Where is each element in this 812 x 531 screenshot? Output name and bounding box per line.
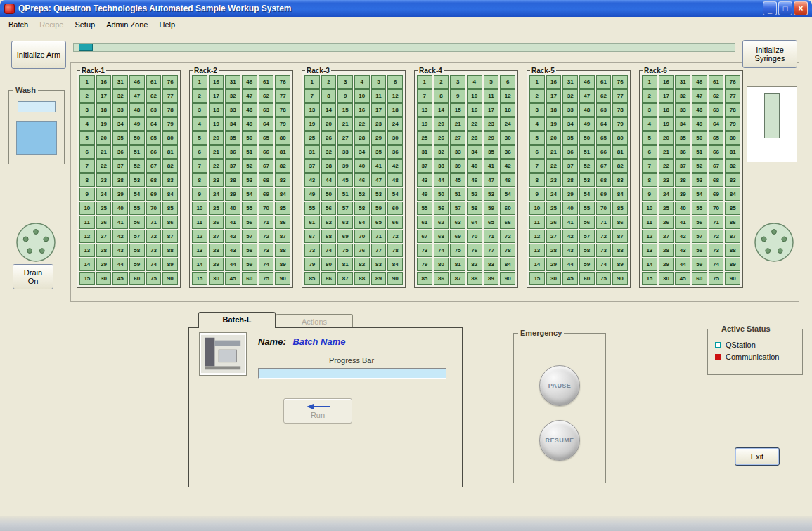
rack-cell[interactable]: 33 — [112, 103, 128, 117]
rack-cell[interactable]: 54 — [129, 188, 145, 201]
rack-cell[interactable]: 30 — [546, 272, 562, 285]
rack-cell[interactable]: 70 — [146, 202, 162, 215]
rack-cell[interactable]: 6 — [500, 75, 515, 88]
rack-cell[interactable]: 32 — [321, 145, 337, 159]
rack-cell[interactable]: 86 — [725, 216, 740, 229]
rack-cell[interactable]: 60 — [579, 272, 595, 285]
rack-cell[interactable]: 27 — [96, 230, 112, 243]
rack-cell[interactable]: 14 — [642, 258, 657, 271]
rack-cell[interactable]: 32 — [562, 89, 578, 103]
rack-cell[interactable]: 12 — [387, 89, 403, 103]
rack-cell[interactable]: 45 — [675, 272, 690, 285]
rack-cell[interactable]: 31 — [225, 75, 240, 88]
rack-cell[interactable]: 80 — [725, 131, 740, 145]
rack-cell[interactable]: 22 — [467, 117, 482, 131]
rack-cell[interactable]: 9 — [529, 188, 545, 201]
rack-cell[interactable]: 29 — [546, 258, 562, 271]
rack-cell[interactable]: 84 — [612, 188, 628, 201]
rack-cell[interactable]: 21 — [209, 145, 224, 159]
rack-cell[interactable]: 64 — [354, 216, 370, 229]
rack-cell[interactable]: 60 — [242, 272, 257, 285]
rack-cell[interactable]: 28 — [659, 244, 674, 257]
rack-cell[interactable]: 69 — [259, 188, 274, 201]
rack-cell[interactable]: 42 — [387, 159, 403, 173]
rack-cell[interactable]: 38 — [112, 173, 128, 187]
rack-cell[interactable]: 76 — [275, 75, 290, 88]
rack-cell[interactable]: 23 — [371, 117, 387, 131]
rack-cell[interactable]: 61 — [417, 216, 432, 229]
rack-cell[interactable]: 38 — [675, 173, 690, 187]
rack-cell[interactable]: 66 — [500, 216, 515, 229]
rack-cell[interactable]: 64 — [146, 117, 162, 131]
rack-cell[interactable]: 74 — [709, 258, 724, 271]
rack-cell[interactable]: 51 — [579, 145, 595, 159]
rack-cell[interactable]: 45 — [450, 173, 465, 187]
rack-cell[interactable]: 37 — [417, 159, 432, 173]
rack-cell[interactable]: 76 — [467, 244, 482, 257]
rack-cell[interactable]: 88 — [612, 244, 628, 257]
rack-cell[interactable]: 85 — [612, 202, 628, 215]
rack-cell[interactable]: 66 — [146, 145, 162, 159]
rack-cell[interactable]: 65 — [259, 131, 274, 145]
rack-cell[interactable]: 34 — [675, 117, 690, 131]
rack-cell[interactable]: 69 — [450, 230, 465, 243]
rack-cell[interactable]: 90 — [162, 272, 178, 285]
rack-cell[interactable]: 58 — [467, 202, 482, 215]
rack-cell[interactable]: 86 — [275, 216, 290, 229]
menu-batch[interactable]: Batch — [3, 18, 34, 31]
rack-cell[interactable]: 82 — [467, 258, 482, 271]
rack-cell[interactable]: 14 — [434, 103, 449, 117]
rack-cell[interactable]: 32 — [675, 89, 690, 103]
rack-cell[interactable]: 43 — [417, 173, 432, 187]
rack-cell[interactable]: 8 — [79, 173, 95, 187]
rack-cell[interactable]: 75 — [450, 244, 465, 257]
rack-cell[interactable]: 6 — [192, 145, 207, 159]
rack-cell[interactable]: 67 — [596, 159, 612, 173]
rack-cell[interactable]: 5 — [192, 131, 207, 145]
rack-cell[interactable]: 41 — [562, 216, 578, 229]
rack-cell[interactable]: 71 — [146, 216, 162, 229]
rack-cell[interactable]: 47 — [371, 173, 387, 187]
rack-cell[interactable]: 46 — [467, 173, 482, 187]
rack-cell[interactable]: 61 — [596, 75, 612, 88]
rack-cell[interactable]: 67 — [304, 230, 320, 243]
rack-cell[interactable]: 72 — [259, 230, 274, 243]
rack-cell[interactable]: 12 — [79, 230, 95, 243]
rack-cell[interactable]: 70 — [259, 202, 274, 215]
rack-cell[interactable]: 41 — [371, 159, 387, 173]
rack-cell[interactable]: 86 — [321, 272, 337, 285]
rack-cell[interactable]: 2 — [192, 89, 207, 103]
rack-cell[interactable]: 6 — [387, 75, 403, 88]
rack-cell[interactable]: 78 — [612, 103, 628, 117]
rack-cell[interactable]: 11 — [192, 216, 207, 229]
rack-cell[interactable]: 68 — [259, 173, 274, 187]
rack-cell[interactable]: 85 — [304, 272, 320, 285]
rack-cell[interactable]: 19 — [546, 117, 562, 131]
rack-cell[interactable]: 79 — [612, 117, 628, 131]
rack-cell[interactable]: 61 — [259, 75, 274, 88]
rack-cell[interactable]: 49 — [692, 117, 707, 131]
rack-cell[interactable]: 17 — [209, 89, 224, 103]
rack-cell[interactable]: 46 — [129, 75, 145, 88]
rack-cell[interactable]: 71 — [371, 230, 387, 243]
rack-cell[interactable]: 84 — [162, 188, 178, 201]
rack-cell[interactable]: 90 — [725, 272, 740, 285]
rack-cell[interactable]: 53 — [692, 173, 707, 187]
rack-cell[interactable]: 24 — [209, 188, 224, 201]
rack-cell[interactable]: 11 — [642, 216, 657, 229]
rack-cell[interactable]: 28 — [467, 131, 482, 145]
rack-cell[interactable]: 10 — [467, 89, 482, 103]
rack-cell[interactable]: 82 — [275, 159, 290, 173]
rack-cell[interactable]: 16 — [209, 75, 224, 88]
rack-cell[interactable]: 56 — [321, 202, 337, 215]
rack-cell[interactable]: 51 — [129, 145, 145, 159]
rack-cell[interactable]: 9 — [337, 89, 353, 103]
rack-cell[interactable]: 45 — [225, 272, 240, 285]
rack-cell[interactable]: 42 — [500, 159, 515, 173]
rack-cell[interactable]: 4 — [192, 117, 207, 131]
rack-cell[interactable]: 39 — [112, 188, 128, 201]
rack-cell[interactable]: 26 — [209, 216, 224, 229]
rack-cell[interactable]: 1 — [304, 75, 320, 88]
rack-cell[interactable]: 80 — [612, 131, 628, 145]
rack-cell[interactable]: 24 — [500, 117, 515, 131]
